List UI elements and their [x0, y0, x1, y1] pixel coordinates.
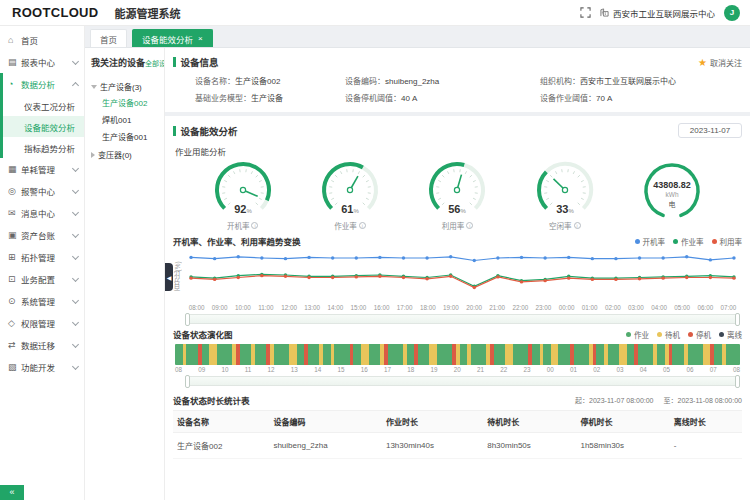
table-cell: 13h30min40s [382, 433, 483, 459]
legend-dot [688, 332, 693, 337]
zoom-handle-left[interactable] [185, 313, 190, 326]
status-zoom-slider[interactable] [185, 376, 740, 386]
trend-zoom-slider[interactable] [185, 314, 740, 324]
info-field-设备停机阈值: 设备停机阈值：40 A [345, 92, 540, 103]
col-header-停机时长: 停机时长 [576, 411, 669, 433]
tab-close-icon[interactable]: × [198, 34, 203, 43]
info-field-value: 40 A [401, 94, 417, 103]
status-legend: 作业待机停机离线 [626, 329, 742, 340]
all-devices-link[interactable]: 全部设备 [145, 58, 165, 68]
sidebar-item-label: 业务配置 [21, 273, 73, 285]
status-strip-chart[interactable] [175, 344, 740, 365]
top-bar: ROOTCLOUD 能源管理系统 西安市工业互联网展示中心 J [0, 0, 750, 26]
organization-name: 西安市工业互联网展示中心 [613, 7, 715, 19]
sidebar-item-首页[interactable]: ⌂首页 [0, 29, 84, 51]
status-segment [737, 344, 740, 365]
legend-item-待机[interactable]: 待机 [657, 329, 680, 340]
x-tick: 22:00 [509, 304, 532, 311]
info-field-value: 西安市工业互联网展示中心 [580, 77, 676, 86]
tab-首页[interactable]: 首页 [90, 29, 127, 47]
sidebar-subitem-仪表工况分析[interactable]: 仪表工况分析 [3, 95, 84, 116]
x-tick: 21 [477, 366, 484, 373]
primary-sidebar: ⌂首页▤报表中心◔数据分析仪表工况分析设备能效分析指标趋势分析▦单耗管理◎报警中… [0, 26, 85, 500]
chevron-down-icon [72, 340, 79, 347]
legend-item-利用率[interactable]: 利用率 [712, 236, 743, 247]
tree-parent-变压器(0)[interactable]: 变压器(0) [91, 146, 160, 163]
sidebar-item-数据分析[interactable]: ◔数据分析 [3, 73, 84, 95]
sidebar-item-label: 单耗管理 [21, 163, 73, 175]
x-tick: 13 [291, 366, 298, 373]
x-tick: 06 [686, 366, 693, 373]
data-analysis-icon: ◔ [8, 79, 21, 89]
chevron-down-icon [72, 186, 79, 193]
info-icon[interactable]: i [466, 222, 473, 229]
tree-parent-生产设备(3)[interactable]: 生产设备(3) [91, 78, 160, 95]
trend-line-chart[interactable] [183, 249, 742, 303]
sidebar-item-资产台账[interactable]: ▣资产台账 [0, 224, 84, 246]
sidebar-group: ⊙系统管理 [0, 290, 84, 312]
sidebar-item-功能开发[interactable]: ▧功能开发 [0, 356, 84, 378]
info-column: 设备编码：shuibeng_2zha设备停机阈值：40 A [345, 75, 540, 103]
col-header-作业时长: 作业时长 [382, 411, 483, 433]
gauge-利用率: 56%利用率i [407, 159, 507, 231]
zoom-handle-left[interactable] [185, 375, 190, 388]
sidebar-item-系统管理[interactable]: ⊙系统管理 [0, 290, 84, 312]
x-tick: 17:00 [393, 304, 416, 311]
message-center-icon: ✉ [8, 208, 21, 218]
sidebar-item-单耗管理[interactable]: ▦单耗管理 [0, 158, 84, 180]
legend-item-离线[interactable]: 离线 [719, 329, 742, 340]
x-tick: 08 [175, 366, 182, 373]
sidebar-item-报表中心[interactable]: ▤报表中心 [0, 51, 84, 73]
sidebar-subitem-设备能效分析[interactable]: 设备能效分析 [3, 116, 84, 137]
info-icon[interactable]: i [359, 222, 366, 229]
chevron-down-icon [72, 362, 79, 369]
sidebar-subitem-指标趋势分析[interactable]: 指标趋势分析 [3, 137, 84, 158]
user-avatar[interactable]: J [724, 5, 740, 21]
tree-device-生产设备002[interactable]: 生产设备002 [91, 95, 160, 112]
table-row[interactable]: 生产设备002shuibeng_2zha13h30min40s8h30min50… [173, 433, 742, 459]
unfollow-button[interactable]: ★ 取消关注 [698, 57, 742, 68]
tree-device-焊机001[interactable]: 焊机001 [91, 112, 160, 129]
zoom-handle-right[interactable] [735, 313, 740, 326]
topology-icon: ⊞ [8, 252, 21, 262]
sidebar-item-label: 数据分析 [21, 78, 73, 90]
svg-text:61%: 61% [341, 203, 359, 215]
info-field-label: 设备名称： [195, 77, 235, 86]
sidebar-item-label: 功能开发 [21, 361, 73, 373]
x-tick: 12:00 [278, 304, 301, 311]
chevron-down-icon [72, 252, 79, 259]
consumption-icon: ▦ [8, 164, 21, 174]
info-icon[interactable]: i [251, 222, 258, 229]
legend-item-作业[interactable]: 作业 [626, 329, 649, 340]
chevron-down-icon [72, 164, 79, 171]
date-picker[interactable]: 2023-11-07 [678, 123, 742, 138]
sidebar-item-数据迁移[interactable]: ⇄数据迁移 [0, 334, 84, 356]
gauge-空闲率: 33%空闲率i [515, 159, 615, 231]
sidebar-item-权限管理[interactable]: ◇权限管理 [0, 312, 84, 334]
info-icon[interactable]: i [574, 222, 581, 229]
svg-text:33%: 33% [556, 203, 574, 215]
legend-label: 开机率 [643, 236, 666, 247]
tab-设备能效分析[interactable]: 设备能效分析× [132, 29, 213, 47]
legend-item-开机率[interactable]: 开机率 [635, 236, 666, 247]
sidebar-group: ⇄数据迁移 [0, 334, 84, 356]
panel-collapse-handle[interactable]: ◀ [165, 263, 173, 291]
sidebar-collapse-button[interactable]: « [0, 485, 24, 500]
trend-chart-title: 开机率、作业率、利用率趋势变换 [173, 235, 301, 247]
sidebar-item-拓扑管理[interactable]: ⊞拓扑管理 [0, 246, 84, 268]
sidebar-item-消息中心[interactable]: ✉消息中心 [0, 202, 84, 224]
x-tick: 11:00 [254, 304, 277, 311]
legend-item-停机[interactable]: 停机 [688, 329, 711, 340]
legend-label: 停机 [696, 329, 711, 340]
system-mgmt-icon: ⊙ [8, 296, 21, 306]
tree-device-生产设备001[interactable]: 生产设备001 [91, 129, 160, 146]
sidebar-item-报警中心[interactable]: ◎报警中心 [0, 180, 84, 202]
legend-item-作业率[interactable]: 作业率 [673, 236, 704, 247]
device-info-fields: 设备名称：生产设备002基础业务模型：生产设备设备编码：shuibeng_2zh… [165, 73, 750, 112]
fullscreen-icon[interactable] [580, 7, 591, 18]
business-config-icon: ⊡ [8, 274, 21, 284]
organization-switcher[interactable]: 西安市工业互联网展示中心 [600, 7, 715, 19]
x-tick: 03:00 [624, 304, 647, 311]
zoom-handle-right[interactable] [735, 375, 740, 388]
sidebar-item-业务配置[interactable]: ⊡业务配置 [0, 268, 84, 290]
